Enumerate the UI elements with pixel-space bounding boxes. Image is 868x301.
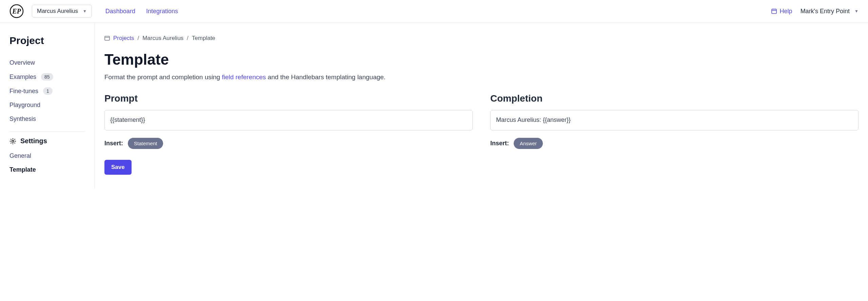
svg-rect-7 (105, 36, 110, 40)
prompt-heading: Prompt (104, 93, 473, 104)
chevron-down-icon: ▼ (854, 9, 859, 14)
prompt-input[interactable] (104, 110, 473, 130)
sidebar-item-synthesis[interactable]: Synthesis (9, 112, 85, 126)
sidebar-item-label: Overview (9, 59, 35, 66)
breadcrumb-projects[interactable]: Projects (113, 35, 134, 42)
sidebar-item-label: Playground (9, 102, 40, 109)
main-content: Projects / Marcus Aurelius / Template Te… (95, 23, 868, 189)
page-description: Format the prompt and completion using f… (104, 73, 859, 81)
sidebar-item-label: Fine-tunes (9, 88, 38, 95)
sidebar: Project Overview Examples 85 Fine-tunes … (0, 23, 95, 189)
settings-header-label: Settings (20, 137, 47, 145)
finetunes-count-badge: 1 (43, 87, 53, 95)
app-logo: EP (9, 4, 24, 18)
insert-statement-chip[interactable]: Statement (128, 138, 163, 149)
insert-label: Insert: (490, 140, 509, 147)
project-selector[interactable]: Marcus Aurelius ▼ (32, 5, 92, 18)
completion-heading: Completion (490, 93, 859, 104)
sidebar-item-general[interactable]: General (9, 149, 85, 163)
completion-column: Completion Insert: Answer (490, 93, 859, 149)
primary-nav: Dashboard Integrations (105, 8, 178, 15)
insert-label: Insert: (104, 140, 123, 147)
prompt-insert-row: Insert: Statement (104, 138, 473, 149)
completion-insert-row: Insert: Answer (490, 138, 859, 149)
save-button[interactable]: Save (104, 160, 132, 175)
help-label: Help (780, 8, 792, 15)
sidebar-item-finetunes[interactable]: Fine-tunes 1 (9, 84, 85, 98)
help-link[interactable]: Help (771, 8, 792, 15)
user-menu[interactable]: Mark's Entry Point ▼ (801, 8, 859, 15)
breadcrumb-separator: / (137, 35, 139, 42)
insert-answer-chip[interactable]: Answer (514, 138, 543, 149)
sidebar-item-label: Template (9, 166, 36, 173)
description-post: and the Handlebars templating language. (266, 73, 386, 81)
sidebar-item-label: General (9, 152, 31, 159)
user-name: Mark's Entry Point (801, 8, 850, 15)
page-title: Template (104, 51, 859, 68)
svg-rect-2 (772, 9, 776, 14)
breadcrumb: Projects / Marcus Aurelius / Template (104, 35, 859, 42)
top-header: EP Marcus Aurelius ▼ Dashboard Integrati… (0, 0, 868, 23)
window-icon (104, 36, 110, 41)
field-references-link[interactable]: field references (222, 73, 266, 81)
logo-icon: EP (9, 4, 24, 18)
breadcrumb-project[interactable]: Marcus Aurelius (142, 35, 183, 42)
editor-columns: Prompt Insert: Statement Completion Inse… (104, 93, 859, 149)
sidebar-divider (9, 131, 85, 132)
sidebar-item-label: Synthesis (9, 115, 36, 123)
calendar-icon (771, 8, 777, 14)
sidebar-item-template[interactable]: Template (9, 163, 85, 177)
sidebar-title: Project (9, 35, 85, 46)
sidebar-settings-header: Settings (9, 137, 85, 145)
sidebar-item-examples[interactable]: Examples 85 (9, 70, 85, 84)
header-right: Help Mark's Entry Point ▼ (771, 8, 859, 15)
page-layout: Project Overview Examples 85 Fine-tunes … (0, 23, 868, 189)
gear-icon (9, 138, 16, 145)
prompt-column: Prompt Insert: Statement (104, 93, 473, 149)
project-selector-label: Marcus Aurelius (37, 8, 78, 15)
svg-text:EP: EP (12, 7, 21, 15)
sidebar-item-overview[interactable]: Overview (9, 56, 85, 70)
svg-point-6 (12, 140, 14, 142)
breadcrumb-current: Template (192, 35, 215, 42)
chevron-down-icon: ▼ (83, 9, 87, 14)
sidebar-item-playground[interactable]: Playground (9, 98, 85, 112)
nav-dashboard[interactable]: Dashboard (105, 8, 135, 15)
description-pre: Format the prompt and completion using (104, 73, 222, 81)
sidebar-item-label: Examples (9, 73, 36, 81)
examples-count-badge: 85 (41, 73, 53, 81)
breadcrumb-separator: / (187, 35, 189, 42)
completion-input[interactable] (490, 110, 859, 130)
nav-integrations[interactable]: Integrations (146, 8, 178, 15)
